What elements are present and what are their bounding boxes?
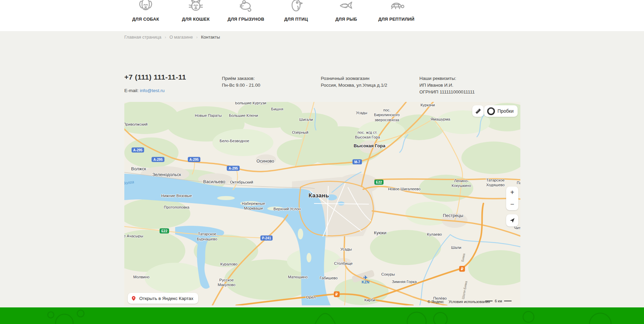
- nav-item-label: ДЛЯ ПТИЦ: [284, 17, 308, 22]
- footer-pattern: [0, 307, 644, 324]
- store-title: Розничный зоомагазин: [321, 75, 387, 82]
- store-info: Розничный зоомагазин Россия, Москва, ул.…: [321, 75, 387, 89]
- zoom-control: + −: [506, 187, 518, 210]
- nav-item-cat[interactable]: ДЛЯ КОШЕК: [171, 0, 221, 22]
- orders-title: Приём заказов:: [222, 75, 260, 82]
- nav-item-label: ДЛЯ СОБАК: [132, 17, 159, 22]
- nav-item-reptile[interactable]: ДЛЯ РЕПТИЛИЙ: [371, 0, 421, 22]
- traffic-label: Пробки: [497, 108, 514, 114]
- requisites-info: Наши реквизиты: ИП Иванов И.И. ОГРНИП 11…: [419, 75, 475, 95]
- page-content: Главная страница›О магазине›Контакты +7 …: [0, 31, 644, 307]
- scale-value: 6 км: [495, 299, 502, 303]
- zoom-in-button[interactable]: +: [506, 187, 518, 198]
- road-shield: А-295: [227, 166, 240, 171]
- dog-icon: [137, 0, 154, 15]
- airport-code: KZN: [362, 280, 370, 284]
- road-shield: А-295: [188, 157, 200, 162]
- fish-icon: [337, 0, 355, 15]
- road-shield: Р-241: [260, 236, 273, 241]
- zoom-out-button[interactable]: −: [506, 198, 518, 210]
- breadcrumb-separator: ›: [196, 35, 198, 40]
- requisites-name: ИП Иванов И.И.: [419, 82, 475, 89]
- top-category-bar: ДЛЯ СОБАКДЛЯ КОШЕКДЛЯ ГРЫЗУНОВДЛЯ ПТИЦДЛ…: [0, 0, 644, 31]
- breadcrumb: Главная страница›О магазине›Контакты: [124, 35, 220, 40]
- ruler-button[interactable]: [472, 105, 484, 117]
- breadcrumb-link[interactable]: О магазине: [169, 35, 193, 40]
- map-canvas: [124, 102, 520, 305]
- breadcrumb-current: Контакты: [201, 35, 220, 40]
- email-label: E-mail:: [124, 88, 139, 93]
- scale-bar-left: [485, 301, 493, 301]
- email-line: E-mail: info@test.ru: [124, 88, 165, 93]
- geolocate-button[interactable]: [506, 214, 518, 226]
- nav-item-bird[interactable]: ДЛЯ ПТИЦ: [271, 0, 321, 22]
- nav-item-label: ДЛЯ ГРЫЗУНОВ: [228, 17, 264, 22]
- requisites-ogrnip: ОГРНИП 111111000011111: [419, 89, 475, 95]
- nav-item-fish[interactable]: ДЛЯ РЫБ: [321, 0, 371, 22]
- toll-road-marker: ₽: [334, 291, 339, 297]
- yandex-copyright: © Яндекс: [428, 300, 444, 304]
- category-nav: ДЛЯ СОБАКДЛЯ КОШЕКДЛЯ ГРЫЗУНОВДЛЯ ПТИЦДЛ…: [121, 0, 421, 22]
- store-address: Россия, Москва, ул.Улица д.1/2: [321, 82, 387, 89]
- reptile-icon: [388, 0, 405, 15]
- open-in-yandex-maps-label: Открыть в Яндекс Картах: [139, 296, 193, 301]
- road-shield: М-7: [353, 159, 362, 164]
- orders-info: Приём заказов: Пн-Вс 9.00 - 21.00: [222, 75, 260, 89]
- road-shield: E22: [160, 229, 169, 234]
- traffic-button[interactable]: Пробки: [484, 105, 518, 117]
- map-pin-icon: [131, 295, 137, 302]
- footer: [0, 307, 644, 324]
- traffic-ring-icon: [487, 107, 495, 115]
- nav-item-label: ДЛЯ РЫБ: [335, 17, 357, 22]
- toll-road-marker: ₽: [459, 266, 465, 272]
- breadcrumb-link[interactable]: Главная страница: [124, 35, 161, 40]
- geolocation-arrow-icon: [509, 217, 515, 223]
- ruler-icon: [475, 108, 481, 114]
- airport-marker: ✈KZN: [362, 275, 370, 284]
- orders-hours: Пн-Вс 9.00 - 21.00: [222, 82, 260, 89]
- requisites-title: Наши реквизиты:: [419, 75, 475, 82]
- nav-item-label: ДЛЯ РЕПТИЛИЙ: [378, 17, 415, 22]
- road-shield: А-295: [131, 147, 144, 152]
- plane-icon: ✈: [362, 275, 370, 281]
- rodent-icon: [237, 0, 255, 15]
- open-in-yandex-maps-button[interactable]: Открыть в Яндекс Картах: [128, 293, 198, 304]
- nav-item-dog[interactable]: ДЛЯ СОБАК: [121, 0, 171, 22]
- email-link[interactable]: info@test.ru: [140, 88, 165, 93]
- road-shield: E22: [374, 179, 384, 185]
- road-shield: А-295: [152, 157, 164, 162]
- cat-icon: [187, 0, 205, 15]
- yandex-map[interactable]: ПриволжскийБольшие КургузиБишняНовые Пар…: [124, 102, 520, 305]
- bird-icon: [287, 0, 305, 15]
- map-attribution: © Яндекс Условия использования: [428, 300, 490, 304]
- nav-item-label: ДЛЯ КОШЕК: [182, 17, 210, 22]
- terms-of-use-link[interactable]: Условия использования: [449, 300, 490, 304]
- breadcrumb-separator: ›: [165, 35, 166, 40]
- nav-item-rodent[interactable]: ДЛЯ ГРЫЗУНОВ: [221, 0, 271, 22]
- map-scale: 6 км: [485, 299, 512, 303]
- store-phone: +7 (111) 111-11-11: [124, 73, 186, 81]
- scale-bar-right: [504, 301, 512, 301]
